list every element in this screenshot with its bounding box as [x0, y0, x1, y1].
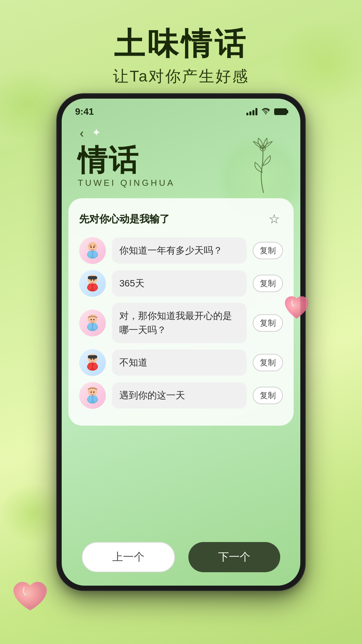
- phone-page-header: 情话 TUWEI QINGHUA: [62, 119, 300, 198]
- svg-rect-23: [88, 355, 97, 359]
- svg-point-25: [93, 359, 95, 360]
- avatar-girl-2: [79, 310, 106, 336]
- signal-bar-2: [249, 111, 251, 115]
- card-header: 先对你心动是我输了 ☆: [79, 210, 283, 228]
- page-title-main: 土味情话: [0, 27, 362, 61]
- svg-point-21: [93, 323, 97, 330]
- svg-point-14: [88, 283, 92, 290]
- signal-bar-3: [252, 110, 254, 115]
- page-header: 土味情话 让Ta对你产生好感: [0, 0, 362, 100]
- status-bar: 9:41: [62, 99, 300, 119]
- dialogue-bubble-2: 365天: [112, 270, 247, 297]
- dialogue-row: 365天 复制: [79, 270, 283, 297]
- svg-rect-10: [88, 276, 97, 279]
- avatar-boy-1: [79, 270, 106, 297]
- heart-decoration-1: [278, 288, 315, 325]
- signal-bars-icon: [246, 108, 257, 115]
- svg-point-7: [88, 251, 92, 257]
- wifi-icon: [261, 107, 270, 116]
- back-button[interactable]: ‹: [74, 125, 90, 142]
- avatar-girl-3: [79, 382, 106, 409]
- svg-point-8: [93, 251, 97, 257]
- svg-point-18: [93, 319, 95, 320]
- content-card: 先对你心动是我输了 ☆: [68, 198, 294, 426]
- svg-point-15: [93, 283, 97, 290]
- flower-decoration: [237, 125, 290, 199]
- status-icons: [246, 107, 287, 116]
- svg-point-12: [93, 279, 95, 281]
- dialogue-row: 遇到你的这一天 复制: [79, 382, 283, 409]
- dialogue-bubble-4: 不知道: [112, 350, 247, 376]
- dialogue-bubble-1: 你知道一年有多少天吗？: [112, 237, 247, 264]
- svg-point-30: [90, 391, 92, 393]
- page-subtitle: 让Ta对你产生好感: [0, 66, 362, 87]
- svg-point-31: [93, 391, 95, 393]
- signal-bar-1: [246, 113, 248, 115]
- dialogue-bubble-5: 遇到你的这一天: [112, 382, 247, 409]
- bottom-navigation: 上一个 下一个: [62, 542, 300, 572]
- copy-button-4[interactable]: 复制: [253, 354, 283, 371]
- dialogue-row: 你知道一年有多少天吗？ 复制: [79, 237, 283, 264]
- next-button[interactable]: 下一个: [188, 542, 280, 572]
- svg-point-33: [88, 395, 92, 402]
- dialogue-row: 对，那你知道我最开心的是哪一天吗？ 复制: [79, 303, 283, 343]
- phone-frame: 9:41: [57, 94, 305, 590]
- avatar-girl-1: [79, 237, 106, 264]
- phone-screen: 9:41: [62, 99, 300, 586]
- signal-bar-4: [255, 108, 257, 115]
- svg-point-5: [93, 247, 95, 248]
- svg-point-17: [90, 319, 92, 320]
- dialogue-bubble-3: 对，那你知道我最开心的是哪一天吗？: [112, 303, 247, 343]
- avatar-boy-2: [79, 349, 106, 376]
- svg-point-20: [88, 323, 92, 330]
- copy-button-1[interactable]: 复制: [253, 242, 283, 259]
- favorite-button[interactable]: ☆: [265, 210, 283, 228]
- star-icon: ☆: [268, 212, 280, 226]
- back-chevron-icon: ‹: [80, 126, 84, 141]
- svg-point-4: [90, 247, 92, 248]
- svg-point-24: [90, 359, 92, 360]
- copy-button-5[interactable]: 复制: [253, 387, 283, 404]
- heart-decoration-2: [7, 574, 54, 617]
- svg-point-28: [93, 363, 97, 369]
- svg-point-27: [88, 363, 92, 369]
- prev-button[interactable]: 上一个: [82, 542, 175, 572]
- status-time: 9:41: [75, 106, 94, 117]
- svg-point-34: [93, 395, 97, 402]
- card-title: 先对你心动是我输了: [79, 212, 170, 226]
- phone-wrapper: 9:41: [57, 94, 305, 590]
- svg-point-11: [90, 279, 92, 281]
- battery-icon: [274, 108, 287, 115]
- dialogue-row: 不知道 复制: [79, 349, 283, 376]
